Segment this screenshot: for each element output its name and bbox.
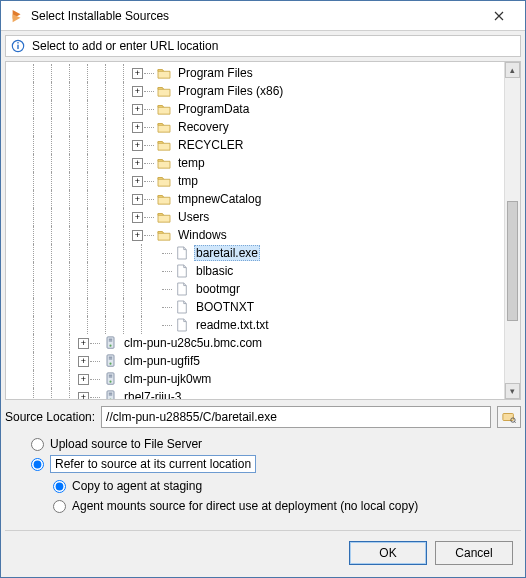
- radio-mount[interactable]: [53, 500, 66, 513]
- instruction-bar: Select to add or enter URL location: [5, 35, 521, 57]
- option-mount-label: Agent mounts source for direct use at de…: [72, 499, 418, 513]
- option-mount[interactable]: Agent mounts source for direct use at de…: [53, 496, 505, 516]
- tree-file[interactable]: bootmgr: [6, 280, 504, 298]
- options-group: Upload source to File Server Refer to so…: [31, 434, 505, 516]
- tree-label: blbasic: [194, 264, 235, 278]
- scroll-thumb[interactable]: [507, 201, 518, 321]
- expander-icon[interactable]: +: [132, 212, 143, 223]
- tree-folder[interactable]: + tmp: [6, 172, 504, 190]
- folder-icon: [156, 137, 172, 153]
- tree-label: tmp: [176, 174, 200, 188]
- ok-button[interactable]: OK: [349, 541, 427, 565]
- expander-icon[interactable]: +: [132, 194, 143, 205]
- file-icon: [174, 317, 190, 333]
- file-icon: [174, 263, 190, 279]
- tree-folder[interactable]: + Recovery: [6, 118, 504, 136]
- tree-file[interactable]: BOOTNXT: [6, 298, 504, 316]
- tree-server[interactable]: + clm-pun-ugfif5: [6, 352, 504, 370]
- tree-label: clm-pun-u28c5u.bmc.com: [122, 336, 264, 350]
- close-button[interactable]: [477, 2, 521, 30]
- tree-label: bootmgr: [194, 282, 242, 296]
- svg-rect-18: [108, 393, 112, 394]
- radio-upload[interactable]: [31, 438, 44, 451]
- expander-icon[interactable]: +: [78, 392, 89, 400]
- option-copy[interactable]: Copy to agent at staging: [53, 476, 505, 496]
- folder-icon: [156, 83, 172, 99]
- expander-icon[interactable]: +: [132, 86, 143, 97]
- folder-icon: [156, 227, 172, 243]
- tree-folder[interactable]: + tmpnewCatalog: [6, 190, 504, 208]
- tree-server[interactable]: + rhel7-riju-3: [6, 388, 504, 399]
- scroll-up-button[interactable]: ▴: [505, 62, 520, 78]
- tree-label: Program Files (x86): [176, 84, 285, 98]
- svg-rect-25: [503, 414, 514, 421]
- tree-label: Recovery: [176, 120, 231, 134]
- browse-button[interactable]: [497, 406, 521, 428]
- svg-rect-19: [108, 394, 112, 395]
- tree-folder[interactable]: + temp: [6, 154, 504, 172]
- tree-folder[interactable]: + ProgramData: [6, 100, 504, 118]
- svg-point-8: [109, 345, 111, 347]
- tree-folder[interactable]: + Windows: [6, 226, 504, 244]
- svg-line-27: [514, 421, 515, 422]
- scrollbar-vertical[interactable]: ▴ ▾: [504, 62, 520, 399]
- radio-copy[interactable]: [53, 480, 66, 493]
- radio-refer[interactable]: [31, 458, 44, 471]
- expander-icon[interactable]: +: [78, 338, 89, 349]
- svg-rect-3: [17, 45, 18, 49]
- svg-rect-14: [108, 375, 112, 376]
- tree-label: Windows: [176, 228, 229, 242]
- expander-icon[interactable]: +: [132, 230, 143, 241]
- folder-icon: [156, 155, 172, 171]
- expander-icon[interactable]: +: [132, 68, 143, 79]
- tree-label: Users: [176, 210, 211, 224]
- source-location-label: Source Location:: [5, 410, 95, 424]
- tree-file[interactable]: baretail.exe: [6, 244, 504, 262]
- expander-icon[interactable]: +: [78, 374, 89, 385]
- folder-icon: [156, 209, 172, 225]
- dialog-window: Select Installable Sources Select to add…: [0, 0, 526, 578]
- expander-icon[interactable]: +: [78, 356, 89, 367]
- expander-icon[interactable]: +: [132, 176, 143, 187]
- tree-folder[interactable]: + Program Files: [6, 64, 504, 82]
- tree-view[interactable]: + Program Files + Program Files (x86) + …: [5, 61, 521, 400]
- titlebar: Select Installable Sources: [1, 1, 525, 31]
- tree-file[interactable]: blbasic: [6, 262, 504, 280]
- svg-rect-6: [108, 339, 112, 340]
- server-icon: [102, 389, 118, 399]
- tree-label: baretail.exe: [194, 245, 260, 261]
- tree-folder[interactable]: + RECYCLER: [6, 136, 504, 154]
- file-icon: [174, 245, 190, 261]
- tree-label: tmpnewCatalog: [176, 192, 263, 206]
- expander-icon[interactable]: +: [132, 122, 143, 133]
- tree-label: clm-pun-ujk0wm: [122, 372, 213, 386]
- svg-rect-15: [108, 376, 112, 377]
- expander-icon[interactable]: +: [132, 140, 143, 151]
- svg-rect-7: [108, 340, 112, 341]
- tree-folder[interactable]: + Users: [6, 208, 504, 226]
- tree-folder[interactable]: + Program Files (x86): [6, 82, 504, 100]
- expander-icon[interactable]: +: [132, 104, 143, 115]
- option-refer[interactable]: Refer to source at its current location: [31, 454, 505, 474]
- source-location-input[interactable]: [101, 406, 491, 428]
- tree-server[interactable]: + clm-pun-u28c5u.bmc.com: [6, 334, 504, 352]
- expander-icon[interactable]: +: [132, 158, 143, 169]
- svg-rect-11: [108, 358, 112, 359]
- folder-icon: [156, 65, 172, 81]
- app-icon: [9, 8, 25, 24]
- tree-label: temp: [176, 156, 207, 170]
- info-icon: [10, 38, 26, 54]
- svg-point-16: [109, 381, 111, 383]
- scroll-down-button[interactable]: ▾: [505, 383, 520, 399]
- file-icon: [174, 281, 190, 297]
- window-title: Select Installable Sources: [31, 9, 477, 23]
- tree-label: Program Files: [176, 66, 255, 80]
- tree-server[interactable]: + clm-pun-ujk0wm: [6, 370, 504, 388]
- option-upload[interactable]: Upload source to File Server: [31, 434, 505, 454]
- server-icon: [102, 353, 118, 369]
- tree-file[interactable]: readme.txt.txt: [6, 316, 504, 334]
- cancel-button[interactable]: Cancel: [435, 541, 513, 565]
- option-copy-label: Copy to agent at staging: [72, 479, 202, 493]
- tree-label: BOOTNXT: [194, 300, 256, 314]
- folder-icon: [156, 119, 172, 135]
